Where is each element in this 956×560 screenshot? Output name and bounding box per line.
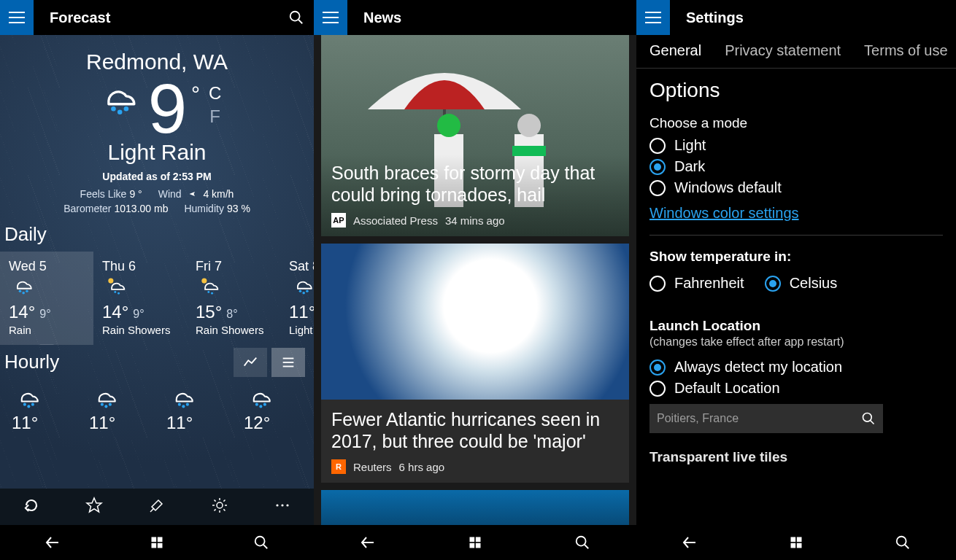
start-button[interactable] — [427, 535, 524, 550]
hourly-view-toggle — [234, 348, 305, 377]
source-badge: R — [331, 459, 346, 474]
radio-light[interactable]: Light — [649, 137, 943, 154]
windows-icon — [789, 535, 803, 550]
hamburger-button[interactable] — [0, 0, 34, 35]
search-icon — [895, 534, 911, 551]
degree-symbol: ° — [191, 82, 200, 106]
back-button[interactable] — [641, 534, 737, 551]
feels-like: Feels Like9 ° — [80, 188, 142, 200]
hour-card[interactable]: 12° — [236, 382, 314, 436]
hour-card[interactable]: 11° — [82, 382, 159, 436]
appbar: Settings — [636, 0, 956, 35]
brightness-button[interactable] — [211, 497, 228, 517]
divider — [649, 235, 943, 236]
chart-icon — [242, 354, 258, 370]
humidity: Humidity93 % — [184, 203, 250, 214]
launch-label: Launch Location — [649, 318, 943, 334]
rain-icon — [9, 274, 36, 296]
tab-general[interactable]: General — [649, 42, 701, 59]
news-card[interactable]: Fewer Atlantic hurricanes seen in 2017, … — [321, 244, 629, 483]
start-button[interactable] — [109, 535, 204, 550]
start-button[interactable] — [748, 535, 844, 550]
news-image — [321, 244, 629, 400]
news-time: 34 mins ago — [445, 214, 505, 227]
system-navbar — [314, 525, 636, 560]
chart-view-button[interactable] — [234, 348, 267, 377]
daily-label: Daily — [0, 217, 314, 252]
source-badge: AP — [331, 213, 346, 228]
system-navbar — [0, 525, 314, 560]
rain-showers-icon — [196, 274, 223, 296]
hamburger-button[interactable] — [636, 0, 670, 35]
hamburger-button[interactable] — [314, 0, 347, 35]
system-navbar — [636, 525, 956, 560]
rain-icon — [166, 385, 198, 410]
news-card[interactable] — [321, 490, 629, 525]
transparent-tiles-label: Transparent live tiles — [649, 449, 943, 465]
condition-icon — [93, 77, 144, 118]
news-source: Reuters — [353, 461, 392, 473]
settings-body: Options Choose a mode Light Dark Windows… — [636, 69, 956, 525]
tab-privacy[interactable]: Privacy statement — [725, 42, 841, 59]
hour-card[interactable]: 11° — [4, 382, 82, 436]
radio-celsius[interactable]: Celsius — [765, 275, 838, 292]
windows-icon — [150, 535, 164, 550]
day-card[interactable]: Sat 8 11° Light R — [280, 252, 314, 345]
radio-detect-location[interactable]: Always detect my location — [649, 359, 943, 376]
svg-point-35 — [517, 114, 541, 137]
barometer: Barometer1013.00 mb — [63, 203, 168, 214]
current-temp: 9 — [148, 77, 187, 140]
settings-tabs: General Privacy statement Terms of use — [636, 35, 956, 69]
forecast-body: Redmond, WA 9 ° C F Light Rain Updated a… — [0, 35, 314, 489]
news-source: Associated Press — [353, 214, 438, 227]
search-button[interactable] — [279, 0, 314, 35]
svg-point-33 — [437, 114, 460, 137]
unit-c[interactable]: C — [209, 83, 221, 104]
more-button[interactable] — [274, 497, 291, 517]
sun-icon — [211, 497, 228, 514]
search-system-button[interactable] — [534, 534, 631, 551]
refresh-icon — [23, 497, 40, 514]
updated-text: Updated as of 2:53 PM — [0, 171, 314, 182]
search-placeholder: Poitiers, France — [657, 412, 739, 425]
news-card[interactable]: South braces for stormy day that could b… — [321, 35, 629, 236]
hour-card[interactable]: 11° — [159, 382, 236, 436]
radio-windows-default[interactable]: Windows default — [649, 179, 943, 196]
windows-icon — [468, 535, 482, 550]
back-button[interactable] — [319, 534, 416, 551]
list-icon — [280, 354, 296, 370]
refresh-button[interactable] — [23, 497, 40, 517]
appbar: News — [314, 0, 636, 35]
rain-icon — [89, 385, 121, 410]
radio-dark[interactable]: Dark — [649, 158, 943, 175]
favorite-button[interactable] — [85, 497, 103, 517]
radio-fahrenheit[interactable]: Fahrenheit — [649, 275, 744, 292]
pin-button[interactable] — [148, 497, 166, 517]
search-icon — [574, 534, 590, 551]
day-card[interactable]: Thu 6 14°9° Rain Showers — [93, 252, 187, 345]
search-icon — [861, 411, 876, 426]
hourly-row: 11° 11° 11° 12° — [0, 379, 314, 436]
day-card[interactable]: Fri 7 15°8° Rain Showers — [187, 252, 280, 345]
search-system-button[interactable] — [215, 534, 309, 551]
list-view-button[interactable] — [271, 348, 305, 377]
radio-default-location[interactable]: Default Location — [649, 380, 943, 397]
star-icon — [85, 497, 103, 514]
color-settings-link[interactable]: Windows color settings — [649, 205, 799, 222]
unit-f[interactable]: F — [209, 106, 221, 127]
search-system-button[interactable] — [855, 534, 950, 551]
settings-app-screen: Settings General Privacy statement Terms… — [636, 0, 956, 560]
app-title: Settings — [686, 9, 956, 26]
location-search-input[interactable]: Poitiers, France — [649, 404, 883, 433]
day-card[interactable]: Wed 5 14°9° Rain — [0, 252, 93, 345]
tab-terms[interactable]: Terms of use — [864, 42, 947, 59]
rain-icon — [289, 274, 314, 296]
back-icon — [681, 534, 698, 551]
unit-toggle[interactable]: C F — [209, 77, 221, 127]
news-headline: South braces for stormy day that could b… — [331, 162, 619, 206]
back-button[interactable] — [5, 534, 99, 551]
options-heading: Options — [649, 79, 943, 102]
back-icon — [359, 534, 377, 551]
back-icon — [44, 534, 61, 551]
rain-icon — [12, 385, 44, 410]
